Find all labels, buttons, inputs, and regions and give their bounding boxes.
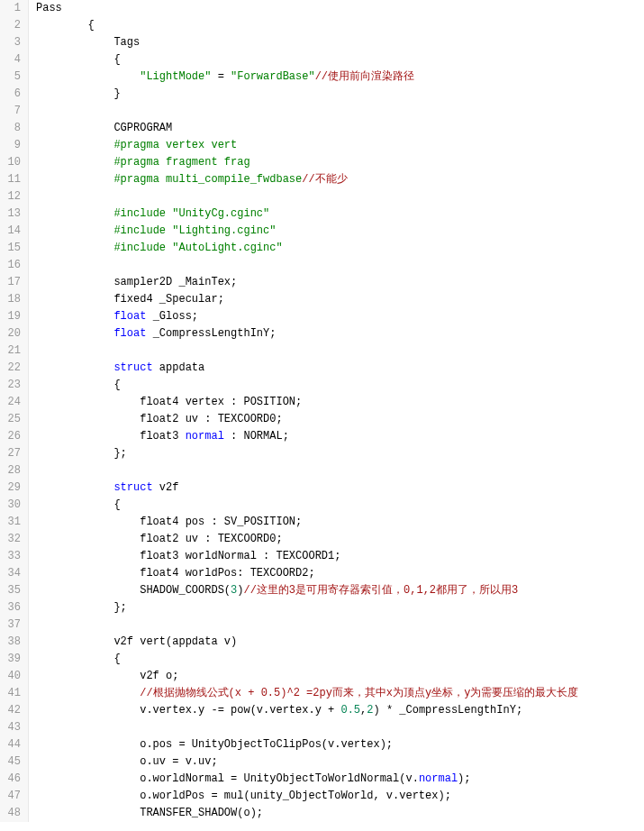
line-number: 47 bbox=[4, 788, 21, 805]
line-number: 8 bbox=[4, 120, 21, 137]
token: = bbox=[211, 70, 231, 83]
code-line[interactable]: }; bbox=[36, 599, 578, 616]
token: "UnityCg.cginc" bbox=[172, 207, 269, 220]
code-line[interactable]: float2 uv : TEXCOORD0; bbox=[36, 411, 578, 428]
code-line[interactable]: } bbox=[36, 86, 578, 103]
code-line[interactable]: o.worldNormal = UnityObjectToWorldNormal… bbox=[36, 771, 578, 788]
line-number: 45 bbox=[4, 753, 21, 771]
token: }; bbox=[113, 447, 126, 460]
token: float3 bbox=[140, 430, 185, 443]
line-number: 41 bbox=[4, 685, 21, 702]
code-line[interactable]: sampler2D _MainTex; bbox=[36, 274, 578, 291]
code-line[interactable] bbox=[36, 188, 578, 205]
line-number: 5 bbox=[4, 68, 21, 86]
line-number: 7 bbox=[4, 103, 21, 120]
code-line[interactable]: #pragma fragment frag bbox=[36, 154, 578, 171]
token: v.vertex.y -= pow(v.vertex.y + bbox=[140, 704, 340, 717]
code-line[interactable] bbox=[36, 257, 578, 274]
code-line[interactable]: { bbox=[36, 497, 578, 514]
line-number: 14 bbox=[4, 223, 21, 240]
code-line[interactable]: "LightMode" = "ForwardBase"//使用前向渲染路径 bbox=[36, 68, 578, 86]
code-line[interactable]: v2f o; bbox=[36, 668, 578, 685]
token: //不能少 bbox=[302, 173, 347, 186]
code-line[interactable]: struct appdata bbox=[36, 360, 578, 377]
code-line[interactable]: Pass bbox=[36, 0, 578, 17]
line-number: 10 bbox=[4, 154, 21, 171]
token: { bbox=[113, 379, 120, 391]
token: o.worldPos = mul(unity_ObjectToWorld, v.… bbox=[140, 790, 451, 802]
line-number: 28 bbox=[4, 462, 21, 479]
line-number: 3 bbox=[4, 34, 21, 51]
code-line[interactable]: float _Gloss; bbox=[36, 308, 578, 325]
line-number: 1 bbox=[4, 0, 21, 17]
code-line[interactable]: { bbox=[36, 51, 578, 68]
code-line[interactable]: v2f vert(appdata v) bbox=[36, 634, 578, 651]
code-line[interactable]: float4 pos : SV_POSITION; bbox=[36, 514, 578, 531]
code-line[interactable]: v.vertex.y -= pow(v.vertex.y + 0.5,2) * … bbox=[36, 702, 578, 719]
token: v2f o; bbox=[140, 670, 178, 682]
code-line[interactable]: TRANSFER_SHADOW(o); bbox=[36, 805, 578, 822]
line-number: 38 bbox=[4, 634, 21, 651]
token: //这里的3是可用寄存器索引值，0,1,2都用了，所以用3 bbox=[243, 584, 518, 597]
token: float2 uv : TEXCOORD0; bbox=[140, 413, 282, 425]
code-line[interactable]: #include "Lighting.cginc" bbox=[36, 223, 578, 240]
code-line[interactable]: float4 worldPos: TEXCOORD2; bbox=[36, 565, 578, 582]
token: //根据抛物线公式(x + 0.5)^2 =2py而来，其中x为顶点y坐标，y为… bbox=[140, 687, 578, 699]
line-number: 33 bbox=[4, 548, 21, 565]
token: Pass bbox=[36, 2, 62, 14]
token: sampler2D _MainTex; bbox=[113, 276, 237, 288]
code-line[interactable]: float3 normal : NORMAL; bbox=[36, 428, 578, 445]
code-line[interactable] bbox=[36, 719, 578, 736]
code-line[interactable]: { bbox=[36, 17, 578, 34]
code-line[interactable]: float2 uv : TEXCOORD0; bbox=[36, 531, 578, 548]
code-line[interactable] bbox=[36, 462, 578, 479]
code-line[interactable]: //根据抛物线公式(x + 0.5)^2 =2py而来，其中x为顶点y坐标，y为… bbox=[36, 685, 578, 702]
code-line[interactable]: o.worldPos = mul(unity_ObjectToWorld, v.… bbox=[36, 788, 578, 805]
code-line[interactable]: #include "AutoLight.cginc" bbox=[36, 240, 578, 257]
token: normal bbox=[419, 772, 458, 785]
token: float3 worldNormal : TEXCOORD1; bbox=[140, 550, 340, 562]
code-line[interactable] bbox=[36, 342, 578, 360]
code-line[interactable]: #include "UnityCg.cginc" bbox=[36, 205, 578, 223]
code-line[interactable]: fixed4 _Specular; bbox=[36, 291, 578, 308]
token: "Lighting.cginc" bbox=[172, 224, 276, 237]
line-number: 32 bbox=[4, 531, 21, 548]
code-line[interactable]: Tags bbox=[36, 34, 578, 51]
token: _Gloss; bbox=[146, 310, 198, 323]
code-line[interactable]: CGPROGRAM bbox=[36, 120, 578, 137]
token: ); bbox=[458, 772, 470, 785]
code-line[interactable]: #pragma multi_compile_fwdbase//不能少 bbox=[36, 171, 578, 188]
line-number: 42 bbox=[4, 702, 21, 719]
line-number: 35 bbox=[4, 582, 21, 599]
code-line[interactable]: float _CompressLengthInY; bbox=[36, 325, 578, 342]
code-line[interactable]: o.pos = UnityObjectToClipPos(v.vertex); bbox=[36, 736, 578, 753]
line-number: 26 bbox=[4, 428, 21, 445]
token: #include bbox=[113, 224, 172, 237]
token: "ForwardBase" bbox=[231, 70, 315, 83]
token: //使用前向渲染路径 bbox=[315, 70, 414, 83]
code-line[interactable]: { bbox=[36, 651, 578, 668]
line-number: 18 bbox=[4, 291, 21, 308]
code-line[interactable]: }; bbox=[36, 445, 578, 462]
code-line[interactable]: { bbox=[36, 377, 578, 394]
code-editor-content[interactable]: Pass { Tags { "LightMode" = "ForwardBase… bbox=[29, 0, 578, 822]
code-line[interactable] bbox=[36, 616, 578, 634]
code-line[interactable] bbox=[36, 103, 578, 120]
code-line[interactable]: float3 worldNormal : TEXCOORD1; bbox=[36, 548, 578, 565]
line-number: 34 bbox=[4, 565, 21, 582]
line-number: 21 bbox=[4, 342, 21, 360]
token: appdata bbox=[153, 361, 205, 374]
line-number: 48 bbox=[4, 805, 21, 822]
token: TRANSFER_SHADOW(o); bbox=[140, 807, 263, 819]
line-number: 23 bbox=[4, 377, 21, 394]
code-line[interactable]: struct v2f bbox=[36, 479, 578, 497]
token: #pragma vertex vert bbox=[113, 139, 237, 151]
code-line[interactable]: #pragma vertex vert bbox=[36, 137, 578, 154]
code-line[interactable]: o.uv = v.uv; bbox=[36, 753, 578, 771]
code-line[interactable]: float4 vertex : POSITION; bbox=[36, 394, 578, 411]
token: { bbox=[88, 19, 95, 32]
token: _CompressLengthInY; bbox=[146, 327, 276, 340]
line-number: 9 bbox=[4, 137, 21, 154]
line-number: 27 bbox=[4, 445, 21, 462]
code-line[interactable]: SHADOW_COORDS(3)//这里的3是可用寄存器索引值，0,1,2都用了… bbox=[36, 582, 578, 599]
